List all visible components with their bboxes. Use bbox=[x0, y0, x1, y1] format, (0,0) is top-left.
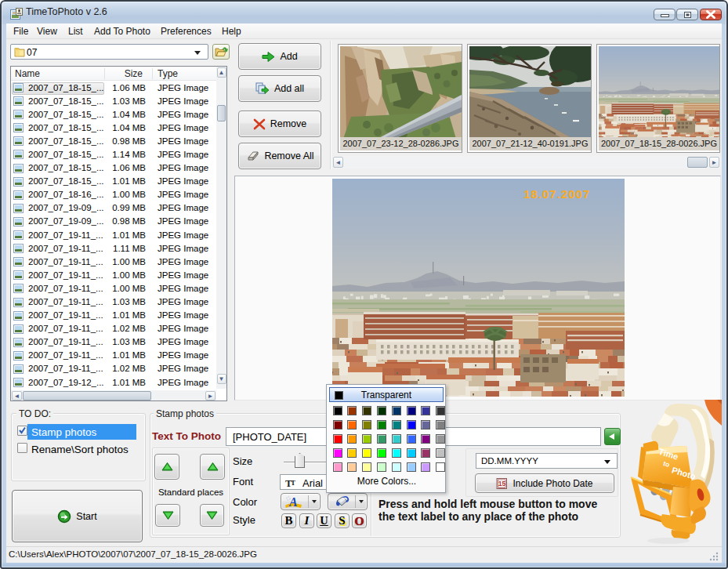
svg-text:15: 15 bbox=[498, 480, 506, 487]
svg-text:A: A bbox=[288, 495, 298, 509]
svg-text:T: T bbox=[291, 479, 295, 487]
